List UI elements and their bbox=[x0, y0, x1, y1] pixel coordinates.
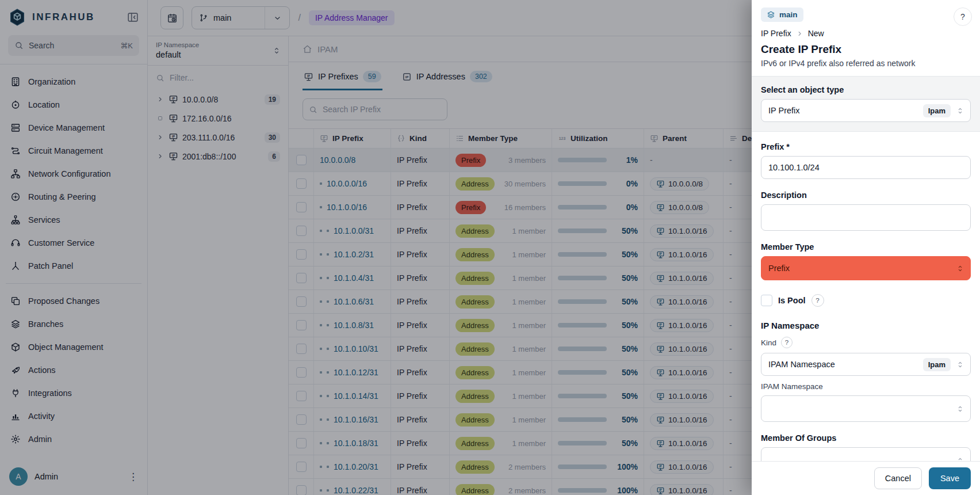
prefix-field-value: 10.100.1.0/24 bbox=[768, 163, 820, 172]
infrahub-app: INFRAHUB Search ⌘K OrganizationLocationD… bbox=[0, 0, 980, 495]
member-type-select[interactable]: Prefix bbox=[761, 256, 971, 280]
drawer-breadcrumb: IP Prefix New bbox=[761, 29, 971, 38]
save-button[interactable]: Save bbox=[929, 467, 971, 489]
is-pool-field: Is Pool ? bbox=[761, 294, 971, 307]
drawer-form: Prefix * 10.100.1.0/24 Description Membe… bbox=[752, 132, 980, 461]
drawer-help-button[interactable]: ? bbox=[954, 7, 972, 26]
object-type-value: IP Prefix bbox=[768, 106, 800, 115]
ip-namespace-section-title: IP Namespace bbox=[761, 321, 971, 330]
chevrons-updown-icon bbox=[956, 456, 964, 462]
description-field-label: Description bbox=[761, 191, 971, 200]
kind-label-row: Kind ? bbox=[761, 337, 971, 348]
member-of-groups-label: Member Of Groups bbox=[761, 433, 971, 443]
drawer-subtitle: IPv6 or IPv4 prefix also referred as net… bbox=[761, 59, 971, 68]
object-type-badge: Ipam bbox=[923, 104, 951, 117]
member-type-field: Member Type Prefix bbox=[761, 242, 971, 280]
member-type-field-label: Member Type bbox=[761, 242, 971, 252]
prefix-field-label: Prefix * bbox=[761, 142, 971, 151]
chevrons-updown-icon bbox=[956, 405, 964, 413]
ipam-namespace-label-text: IPAM Namespace bbox=[761, 382, 823, 391]
create-ip-prefix-drawer: main ? IP Prefix New Create IP Prefix IP… bbox=[752, 0, 980, 495]
prefix-field: Prefix * 10.100.1.0/24 bbox=[761, 142, 971, 179]
layers-icon bbox=[767, 10, 775, 19]
description-field: Description bbox=[761, 191, 971, 231]
object-type-label: Select an object type bbox=[761, 85, 971, 94]
kind-badge: Ipam bbox=[923, 358, 951, 371]
member-type-value: Prefix bbox=[768, 264, 790, 273]
ipam-namespace-select[interactable] bbox=[761, 395, 971, 422]
is-pool-label: Is Pool bbox=[778, 296, 806, 305]
chevrons-updown-icon bbox=[956, 264, 964, 273]
prefix-field-input[interactable]: 10.100.1.0/24 bbox=[761, 156, 971, 179]
object-type-select[interactable]: IP Prefix Ipam bbox=[761, 99, 971, 122]
ipam-namespace-label: IPAM Namespace bbox=[761, 382, 971, 391]
kind-select[interactable]: IPAM Namespace Ipam bbox=[761, 353, 971, 376]
object-type-section: Select an object type IP Prefix Ipam bbox=[752, 76, 980, 132]
drawer-breadcrumb-current: New bbox=[808, 29, 824, 38]
drawer-header: main ? IP Prefix New Create IP Prefix IP… bbox=[752, 0, 980, 76]
chevrons-updown-icon bbox=[956, 360, 964, 369]
is-pool-help-button[interactable]: ? bbox=[811, 294, 824, 307]
member-of-groups-select[interactable] bbox=[761, 447, 971, 461]
kind-label: Kind bbox=[761, 338, 776, 347]
branch-chip: main bbox=[761, 7, 803, 22]
drawer-breadcrumb-root[interactable]: IP Prefix bbox=[761, 29, 791, 38]
drawer-backdrop[interactable] bbox=[0, 0, 752, 495]
member-of-groups-field: Member Of Groups bbox=[761, 433, 971, 461]
branch-chip-label: main bbox=[779, 10, 798, 19]
kind-help-button[interactable]: ? bbox=[781, 337, 793, 348]
drawer-footer: Cancel Save bbox=[752, 461, 980, 495]
is-pool-checkbox[interactable] bbox=[761, 295, 772, 306]
description-field-input[interactable] bbox=[761, 204, 971, 231]
chevron-right-icon bbox=[796, 30, 803, 37]
drawer-title: Create IP Prefix bbox=[761, 43, 971, 56]
kind-value: IPAM Namespace bbox=[768, 360, 835, 369]
chevrons-updown-icon bbox=[956, 106, 964, 115]
cancel-button[interactable]: Cancel bbox=[874, 467, 922, 489]
